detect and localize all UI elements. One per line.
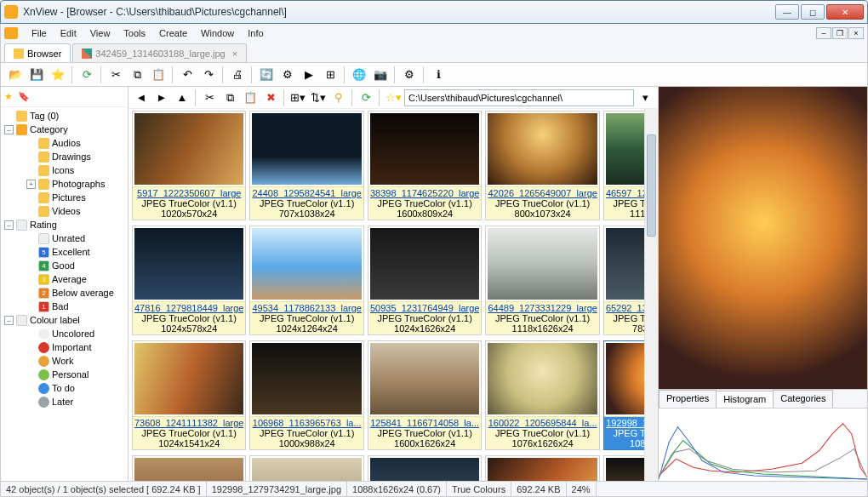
tab-viewer[interactable]: 342459_1314603188_large.jpg× [72,43,247,62]
thumbnail[interactable]: 73608_1241111382_largeJPEG TrueColor (v1… [132,340,246,450]
info-tab-properties[interactable]: Properties [659,390,717,408]
tree-colour-personal[interactable]: Personal [4,368,128,381]
options-button[interactable]: ⚙ [400,66,419,84]
tab-close-icon[interactable]: × [232,49,237,59]
thumbs-scrollbar[interactable] [644,109,658,481]
menu-info[interactable]: Info [241,26,270,40]
web-button[interactable]: 🌐 [350,66,368,84]
tree-rating-excellent[interactable]: 5Excellent [4,245,128,259]
menu-window[interactable]: Window [194,26,241,40]
tree-cat-icons[interactable]: Icons [4,163,128,177]
thumbnail[interactable]: 160022_1205695844_la...JPEG TrueColor (v… [485,340,599,450]
view-mode-button[interactable]: ⊞▾ [288,89,307,107]
thumbnail[interactable]: 5917_1222350607_largeJPEG TrueColor (v1.… [132,111,246,220]
tree-cat-pictures[interactable]: Pictures [4,191,128,204]
thumbnail[interactable]: 47816_1279818449_largeJPEG TrueColor (v1… [132,226,246,335]
menu-file[interactable]: File [25,26,54,40]
tree-star-icon[interactable]: ★ [4,91,13,102]
info-tab-histogram[interactable]: Histogram [716,391,774,408]
thumbnail[interactable]: 125841_1166714058_la...JPEG TrueColor (v… [368,340,482,450]
print-button[interactable]: 🖨 [228,66,247,84]
capture-button[interactable]: 📷 [371,66,390,84]
thumbnail[interactable]: 64489_1273331229_largeJPEG TrueColor (v1… [485,226,599,335]
mdi-restore-button[interactable]: ❐ [832,27,848,39]
nav-back-button[interactable]: ◄ [132,89,151,107]
thumbnail[interactable]: 106968_1163965763_la...JPEG TrueColor (v… [249,340,363,450]
nav-refresh-button[interactable]: ⟳ [357,89,375,107]
tree-rating-bad[interactable]: 1Bad [4,300,128,313]
save-button[interactable]: 💾 [27,66,46,84]
nav-cut-button[interactable]: ✂ [200,89,219,107]
thumbs-scroll-thumb[interactable] [647,134,656,237]
thumbnail[interactable]: 193080_1180812049_la...JPEG TrueColor (v… [132,455,246,481]
tree-rating-average[interactable]: 3Average [4,272,128,286]
mdi-close-button[interactable]: × [848,27,864,39]
thumbnail[interactable]: 49534_1178862133_largeJPEG TrueColor (v1… [249,226,363,335]
tree-colour-work[interactable]: Work [4,354,128,368]
tree-rating[interactable]: –Rating [4,218,128,231]
expand-icon[interactable]: + [26,180,36,189]
open-button[interactable]: 📂 [6,66,25,84]
expand-icon[interactable]: – [4,125,14,134]
thumbnail[interactable]: 218717_1310767180_la...JPEG TrueColor (v… [249,455,363,481]
expand-icon[interactable]: – [4,316,14,325]
thumbnail[interactable]: 232490_1227702048_la...JPEG TrueColor (v… [485,455,599,481]
tree-rating-below-average[interactable]: 2Below average [4,286,128,300]
rotate-right-button[interactable]: ↷ [199,66,218,84]
window-maximize-button[interactable]: ◻ [801,4,825,20]
menu-create[interactable]: Create [152,26,194,40]
window-close-button[interactable]: ✕ [826,4,864,20]
nav-up-button[interactable]: ▲ [173,89,191,107]
tree-rating-unrated[interactable]: Unrated [4,231,128,245]
tree-colour-later[interactable]: Later [4,395,128,408]
menu-tools[interactable]: Tools [117,26,152,40]
thumbnail[interactable]: 227196_1212816787_la...JPEG TrueColor (v… [368,455,482,481]
thumbnail-area[interactable]: 5917_1222350607_largeJPEG TrueColor (v1.… [128,109,658,481]
rotate-left-button[interactable]: ↶ [178,66,197,84]
nav-favorite-button[interactable]: ☆▾ [384,89,403,107]
thumbnail[interactable]: 50935_1231764949_largeJPEG TrueColor (v1… [368,226,482,335]
tree-cat-audios[interactable]: Audios [4,136,128,150]
convert-button[interactable]: 🔄 [257,66,276,84]
path-dropdown-button[interactable]: ▾ [636,89,654,107]
menu-edit[interactable]: Edit [54,26,83,40]
paste-button[interactable]: 📋 [149,66,168,84]
expand-icon[interactable]: – [4,220,14,230]
thumbnail[interactable]: 24408_1295824541_largeJPEG TrueColor (v1… [249,111,363,220]
path-input[interactable]: C:\Users\thibaud\Pictures\cgchannel\ [404,89,634,106]
tree-tag[interactable]: Tag (0) [4,109,128,123]
thumbnail[interactable]: 38398_1174625220_largeJPEG TrueColor (v1… [368,111,482,220]
favorite-button[interactable]: ⭐ [49,66,67,84]
menu-view[interactable]: View [83,26,117,40]
filter-button[interactable]: ⚲ [329,89,348,107]
copy-button[interactable]: ⧉ [128,66,146,84]
colour-dot-icon [38,397,49,408]
location-toolbar: ◄ ► ▲ ✂ ⧉ 📋 ✖ ⊞▾ ⇅▾ ⚲ ⟳ ☆▾ C:\Users\thib… [128,87,658,109]
tree-colour-uncolored[interactable]: Uncolored [4,327,128,340]
thumbnail[interactable]: 42026_1265649007_largeJPEG TrueColor (v1… [485,111,599,220]
tree-bookmark-icon[interactable]: 🔖 [18,91,30,102]
mdi-minimize-button[interactable]: – [816,27,831,39]
about-button[interactable]: ℹ [429,66,448,84]
nav-forward-button[interactable]: ► [152,89,171,107]
window-minimize-button[interactable]: — [775,4,799,20]
tree-cat-videos[interactable]: Videos [4,204,128,218]
sort-button[interactable]: ⇅▾ [309,89,328,107]
tree-colour-important[interactable]: Important [4,340,128,354]
tree-cat-photographs[interactable]: +Photographs [4,177,128,191]
nav-paste-button[interactable]: 📋 [241,89,260,107]
tree-colour-to-do[interactable]: To do [4,381,128,395]
contact-sheet-button[interactable]: ⊞ [321,66,340,84]
nav-copy-button[interactable]: ⧉ [220,89,239,107]
tree-colour-label[interactable]: –Colour label [4,313,128,327]
nav-delete-button[interactable]: ✖ [261,89,280,107]
cut-button[interactable]: ✂ [106,66,125,84]
tree-category[interactable]: –Category [4,123,128,136]
info-tab-categories[interactable]: Categories [773,390,833,408]
batch-button[interactable]: ⚙ [278,66,297,84]
refresh-button[interactable]: ⟳ [77,66,96,84]
tab-browser[interactable]: Browser [4,43,71,62]
slideshow-button[interactable]: ▶ [300,66,318,84]
tree-rating-good[interactable]: 4Good [4,259,128,272]
tree-cat-drawings[interactable]: Drawings [4,150,128,163]
